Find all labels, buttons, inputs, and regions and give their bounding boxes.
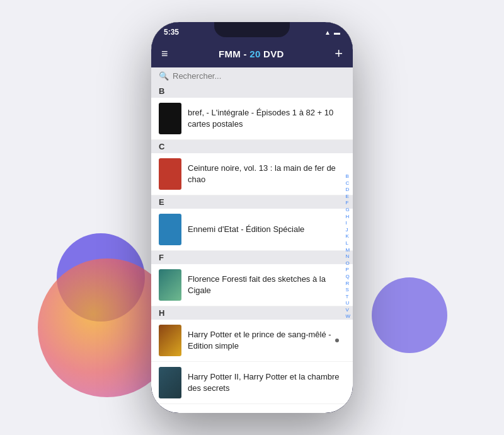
alpha-letter-n[interactable]: N (345, 254, 350, 260)
search-bar[interactable]: 🔍 (151, 67, 353, 84)
phone-screen: 5:35 ▲ ▬ ≡ FMM - 20 DVD + 🔍 Bbref, - L'i… (151, 22, 353, 413)
list-item[interactable]: Florence Foresti fait des sketches à la … (151, 264, 353, 306)
section-header-f: F (151, 251, 353, 264)
alpha-letter-q[interactable]: Q (345, 274, 350, 280)
menu-icon[interactable]: ≡ (161, 47, 168, 61)
header-title: FMM - 20 DVD (219, 49, 284, 59)
bg-circle-purple (372, 277, 447, 353)
item-title: Florence Foresti fait des sketches à la … (188, 274, 345, 296)
wifi-icon: ▲ (324, 29, 331, 36)
header-count: 20 (249, 49, 260, 59)
alpha-letter-g[interactable]: G (345, 207, 350, 213)
content-list: Bbref, - L'intégrale - Épisodes 1 à 82 +… (151, 84, 353, 406)
section-header-h: H (151, 306, 353, 320)
alpha-letter-v[interactable]: V (345, 307, 350, 313)
item-thumbnail (159, 214, 181, 245)
alpha-letter-j[interactable]: J (345, 227, 350, 233)
search-input[interactable] (173, 71, 345, 81)
list-item[interactable]: Harry Potter II, Harry Potter et la cham… (151, 362, 353, 404)
alpha-letter-k[interactable]: K (345, 234, 350, 240)
alpha-letter-m[interactable]: M (345, 247, 350, 253)
phone-notch (214, 22, 290, 37)
item-thumbnail (159, 367, 181, 398)
alphabet-sidebar: BCDEFGHIJKLMNOPQRSTUVW (345, 173, 350, 320)
alpha-letter-l[interactable]: L (345, 240, 350, 246)
list-item[interactable]: bref, - L'intégrale - Épisodes 1 à 82 + … (151, 98, 353, 140)
list-item[interactable]: Ceinture noire, vol. 13 : la main de fer… (151, 153, 353, 195)
alpha-letter-w[interactable]: W (345, 314, 350, 320)
alpha-letter-s[interactable]: S (345, 287, 350, 293)
alpha-letter-f[interactable]: F (345, 200, 350, 207)
status-icons: ▲ ▬ (324, 29, 340, 36)
item-title: bref, - L'intégrale - Épisodes 1 à 82 + … (188, 107, 345, 129)
section-header-e: E (151, 195, 353, 209)
search-icon: 🔍 (159, 71, 169, 81)
dot-indicator (335, 339, 339, 342)
list-item[interactable]: Harry Potter et le prince de sang-mêlé -… (151, 320, 353, 362)
status-time: 5:35 (164, 28, 179, 37)
item-title: Harry Potter et le prince de sang-mêlé -… (188, 329, 345, 351)
battery-icon: ▬ (334, 29, 340, 36)
item-thumbnail (159, 103, 181, 134)
alpha-letter-u[interactable]: U (345, 301, 350, 307)
alpha-letter-d[interactable]: D (345, 187, 350, 194)
item-title: Harry Potter II, Harry Potter et la cham… (188, 371, 345, 393)
alpha-letter-p[interactable]: P (345, 267, 350, 274)
section-header-b: B (151, 84, 353, 98)
item-title: Ceinture noire, vol. 13 : la main de fer… (188, 163, 345, 185)
add-button[interactable]: + (335, 45, 343, 62)
list-item[interactable]: Harry Potter III, Harry Potter et le pri… (151, 404, 353, 406)
item-title: Ennemi d'Etat - Édition Spéciale (188, 224, 304, 235)
section-header-c: C (151, 140, 353, 153)
alpha-letter-b[interactable]: B (345, 173, 350, 180)
item-thumbnail (159, 325, 181, 356)
list-item[interactable]: Ennemi d'Etat - Édition Spéciale (151, 209, 353, 251)
alpha-letter-e[interactable]: E (345, 194, 350, 200)
app-header: ≡ FMM - 20 DVD + (151, 40, 353, 67)
alpha-letter-o[interactable]: O (345, 260, 350, 267)
alpha-letter-r[interactable]: R (345, 281, 350, 287)
phone-frame: 5:35 ▲ ▬ ≡ FMM - 20 DVD + 🔍 Bbref, - L'i… (151, 22, 353, 413)
alpha-letter-h[interactable]: H (345, 214, 350, 220)
alpha-letter-i[interactable]: I (345, 221, 350, 227)
item-thumbnail (159, 269, 181, 301)
item-thumbnail (159, 158, 181, 190)
alpha-letter-c[interactable]: C (345, 180, 350, 187)
alpha-letter-t[interactable]: T (345, 294, 350, 300)
